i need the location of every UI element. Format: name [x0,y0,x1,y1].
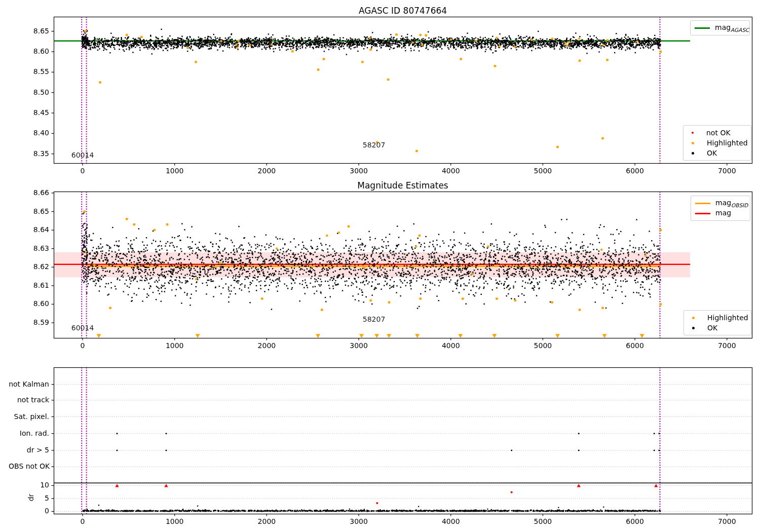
legend-row: Highlighted [688,138,747,148]
y-tick-label: 8.50 [9,88,49,96]
highlighted-marker-icon [692,317,695,319]
x-tick-label: 1000 [155,167,195,175]
x-tick-label: 5000 [522,167,563,175]
ok-marker-icon [692,327,695,329]
legend-row: magAGASC [695,23,745,33]
flag-category-label: OBS not OK [9,462,49,470]
flag-category-label: Sat. pixel. [9,412,49,421]
x-tick-label: 0 [62,167,103,175]
y-tick-label: 8.62 [9,262,49,271]
x-tick-label: 4000 [431,167,471,175]
y-tick-label: 8.60 [9,47,49,55]
x-tick-label: 6000 [615,517,655,525]
x-tick-label: 1000 [155,517,195,525]
x-tick-label: 5000 [522,341,563,350]
x-tick-label: 0 [62,341,103,350]
highlighted-label: Highlighted [707,314,748,322]
dr-tick-label: 10 [9,481,49,489]
flag-category-label: dr > 5 [9,446,49,454]
legend-mag-agasc: magAGASC [690,20,750,35]
y-tick-label: 8.45 [9,108,49,117]
legend-row: OK [688,323,747,333]
y-tick-label: 8.64 [9,225,49,234]
y-tick-label: 8.55 [9,67,49,75]
x-tick-label: 2000 [246,517,287,525]
x-tick-label: 2000 [246,341,287,350]
legend-status-mid: Highlighted OK [683,310,751,335]
x-tick-label: 1000 [155,341,195,350]
x-tick-label: 6000 [615,341,655,350]
obsid-annotation: 60014 [55,324,110,332]
x-tick-label: 3000 [338,517,379,525]
mag-obsid-line-sample [695,203,710,204]
legend-row: mag [695,208,746,218]
x-tick-label: 0 [62,517,103,525]
plots-canvas [0,0,760,532]
not-ok-label: not OK [706,129,731,137]
y-tick-label: 8.35 [9,149,49,158]
y-tick-label: 8.40 [9,129,49,137]
mag-line-sample [695,213,710,214]
legend-row: OK [688,148,747,158]
x-tick-label: 4000 [431,341,471,350]
not-ok-marker-icon [692,132,694,134]
figure: AGASC ID 80747664 Magnitude Estimates ma… [0,0,760,532]
highlighted-marker-icon [692,142,694,144]
x-tick-label: 4000 [431,517,471,525]
y-tick-label: 8.63 [9,244,49,252]
flag-category-label: Ion. rad. [9,429,49,437]
x-tick-label: 6000 [615,167,655,175]
obsid-annotation: 58207 [346,141,402,149]
x-tick-label: 2000 [246,167,287,175]
flag-category-label: not Kalman [9,380,49,388]
legend-row: magOBSID [695,198,746,208]
flag-category-label: not track [9,396,49,404]
legend-status-top: not OK Highlighted OK [683,125,751,161]
obsid-annotation: 60014 [55,151,110,159]
y-tick-label: 8.65 [9,27,49,35]
mag-agasc-label: magAGASC [715,23,749,33]
x-tick-label: 3000 [338,341,379,350]
obsid-annotation: 58207 [346,315,402,323]
legend-row: Highlighted [688,313,747,323]
y-tick-label: 8.65 [9,207,49,215]
y-tick-label: 8.66 [9,188,49,197]
dr-tick-label: 0 [9,507,49,515]
x-tick-label: 7000 [707,517,747,525]
x-tick-label: 3000 [338,167,379,175]
top-plot-title: AGASC ID 80747664 [54,6,752,16]
legend-mag-lines: magOBSID mag [691,196,750,221]
middle-plot-title: Magnitude Estimates [54,180,752,191]
mag-label: mag [715,209,731,218]
x-tick-label: 7000 [707,167,747,175]
y-tick-label: 8.60 [9,299,49,308]
ok-label: OK [707,149,717,157]
highlighted-label: Highlighted [707,139,748,147]
x-tick-label: 5000 [522,517,563,525]
mag-obsid-label: magOBSID [715,199,748,208]
ok-label: OK [707,324,717,332]
dr-axis-label: dr [27,494,35,502]
y-tick-label: 8.61 [9,281,49,289]
mag-agasc-line-sample [695,27,710,29]
ok-marker-icon [692,152,694,155]
y-tick-label: 8.59 [9,318,49,326]
x-tick-label: 7000 [707,341,747,350]
legend-row: not OK [688,128,747,138]
